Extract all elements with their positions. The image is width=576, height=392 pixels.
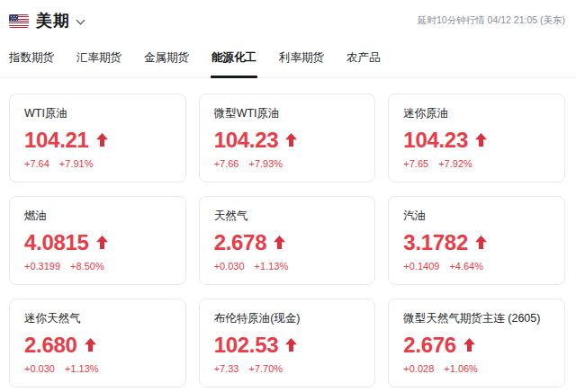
market-header: 美期 延时10分钟行情 04/12 21:05 (美东) (0, 0, 576, 31)
price-change: +0.3199 (24, 261, 60, 272)
up-arrow-icon (285, 133, 297, 147)
price-change: +7.65 (403, 158, 428, 169)
quote-card[interactable]: WTI原油 104.21 +7.64 +7.91% (9, 94, 186, 183)
price-change-percent: +1.06% (444, 363, 478, 374)
tab-agricultural[interactable]: 农产品 (346, 50, 381, 77)
category-tab-bar: 指数期货 汇率期货 金属期货 能源化工 利率期货 农产品 (0, 50, 576, 78)
last-price: 2.678 (214, 230, 267, 254)
price-change-percent: +1.13% (65, 363, 99, 374)
contract-name: 燃油 (24, 209, 171, 223)
tab-index-futures[interactable]: 指数期货 (9, 50, 54, 77)
tab-metal-futures[interactable]: 金属期货 (144, 50, 189, 77)
contract-name: 迷你天然气 (24, 312, 171, 325)
us-flag-icon (9, 14, 29, 28)
quote-card[interactable]: 迷你天然气 2.680 +0.030 +1.13% (9, 298, 186, 388)
contract-name: 微型WTI原油 (214, 107, 361, 120)
price-change-percent: +7.91% (59, 158, 94, 169)
price-change: +0.1409 (403, 261, 439, 272)
contract-name: WTI原油 (24, 107, 171, 120)
last-price: 2.680 (24, 333, 77, 357)
contract-name: 微型天然气期货主连 (2605) (403, 312, 550, 325)
up-arrow-icon (85, 338, 96, 352)
market-title[interactable]: 美期 (36, 10, 70, 31)
up-arrow-icon (475, 133, 487, 147)
price-change-percent: +7.70% (249, 363, 284, 374)
contract-name: 汽油 (403, 209, 550, 223)
last-price: 104.23 (214, 128, 279, 152)
last-price: 2.676 (403, 333, 456, 357)
quote-card[interactable]: 天然气 2.678 +0.030 +1.13% (199, 196, 376, 285)
tab-rate-futures[interactable]: 利率期货 (279, 50, 324, 77)
tab-energy-chemical[interactable]: 能源化工 (212, 50, 256, 77)
quote-card[interactable]: 汽油 3.1782 +0.1409 +4.64% (388, 196, 565, 285)
quote-card[interactable]: 燃油 4.0815 +0.3199 +8.50% (9, 196, 186, 285)
price-change: +7.64 (24, 158, 50, 169)
quote-card[interactable]: 微型WTI原油 104.23 +7.66 +7.93% (199, 94, 376, 183)
delayed-quote-info: 延时10分钟行情 04/12 21:05 (美东) (418, 14, 565, 27)
up-arrow-icon (96, 236, 108, 249)
up-arrow-icon (96, 133, 108, 147)
price-change: +0.030 (214, 261, 245, 272)
price-change-percent: +8.50% (70, 261, 104, 272)
contract-name: 天然气 (214, 209, 361, 223)
tab-fx-futures[interactable]: 汇率期货 (76, 50, 122, 77)
up-arrow-icon (475, 236, 487, 249)
contract-name: 布伦特原油(现金) (214, 312, 361, 325)
last-price: 102.53 (214, 333, 279, 357)
quote-card-grid: WTI原油 104.21 +7.64 +7.91% 微型WTI原油 104.23 (9, 94, 565, 388)
up-arrow-icon (274, 236, 285, 249)
price-change-percent: +1.13% (255, 261, 289, 272)
price-change-percent: +7.92% (438, 158, 472, 169)
quote-card[interactable]: 微型天然气期货主连 (2605) 2.676 +0.028 +1.06% (388, 298, 565, 388)
chevron-down-icon[interactable] (76, 17, 85, 25)
price-change: +0.028 (403, 363, 434, 374)
last-price: 104.23 (403, 128, 468, 152)
price-change-percent: +7.93% (249, 158, 284, 169)
up-arrow-icon (285, 338, 297, 352)
up-arrow-icon (464, 338, 475, 352)
quote-card[interactable]: 迷你原油 104.23 +7.65 +7.92% (388, 94, 565, 183)
last-price: 4.0815 (24, 230, 89, 254)
quote-card[interactable]: 布伦特原油(现金) 102.53 +7.33 +7.70% (199, 298, 376, 388)
price-change: +0.030 (24, 363, 55, 374)
last-price: 3.1782 (403, 230, 468, 254)
price-change-percent: +4.64% (449, 261, 483, 272)
last-price: 104.21 (24, 128, 89, 152)
price-change: +7.66 (214, 158, 239, 169)
contract-name: 迷你原油 (403, 107, 550, 120)
price-change: +7.33 (214, 363, 239, 374)
